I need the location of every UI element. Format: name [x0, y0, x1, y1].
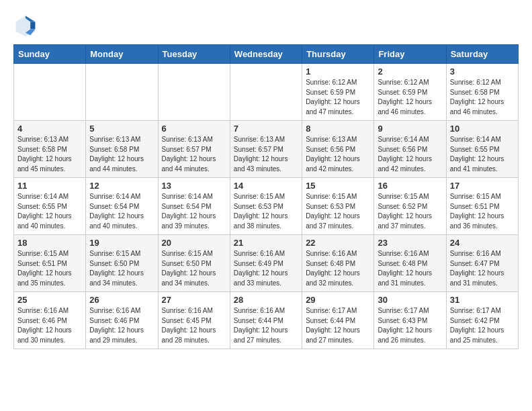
day-number: 17 [450, 181, 515, 191]
cell-info: Sunrise: 6:13 AM Sunset: 6:57 PM Dayligh… [234, 135, 298, 174]
cell-info: Sunrise: 6:17 AM Sunset: 6:44 PM Dayligh… [306, 306, 370, 345]
day-number: 23 [378, 238, 442, 248]
cell-info: Sunrise: 6:15 AM Sunset: 6:52 PM Dayligh… [378, 192, 442, 231]
calendar-cell: 6Sunrise: 6:13 AM Sunset: 6:57 PM Daylig… [158, 121, 230, 178]
day-number: 11 [17, 181, 82, 191]
calendar-cell: 2Sunrise: 6:12 AM Sunset: 6:59 PM Daylig… [374, 64, 446, 121]
cell-info: Sunrise: 6:14 AM Sunset: 6:55 PM Dayligh… [17, 192, 82, 231]
cell-info: Sunrise: 6:12 AM Sunset: 6:59 PM Dayligh… [378, 78, 442, 117]
calendar-cell: 24Sunrise: 6:16 AM Sunset: 6:47 PM Dayli… [446, 235, 518, 292]
page-header [13, 13, 519, 38]
cell-info: Sunrise: 6:14 AM Sunset: 6:54 PM Dayligh… [162, 192, 226, 231]
col-header-thursday: Thursday [302, 45, 374, 64]
calendar-cell: 25Sunrise: 6:16 AM Sunset: 6:46 PM Dayli… [14, 292, 86, 349]
cell-info: Sunrise: 6:14 AM Sunset: 6:55 PM Dayligh… [450, 135, 515, 174]
day-number: 15 [306, 181, 370, 191]
col-header-wednesday: Wednesday [230, 45, 302, 64]
cell-info: Sunrise: 6:17 AM Sunset: 6:43 PM Dayligh… [378, 306, 442, 345]
calendar-cell: 18Sunrise: 6:15 AM Sunset: 6:51 PM Dayli… [14, 235, 86, 292]
day-number: 25 [17, 295, 82, 305]
calendar-cell: 4Sunrise: 6:13 AM Sunset: 6:58 PM Daylig… [14, 121, 86, 178]
calendar-cell: 23Sunrise: 6:16 AM Sunset: 6:48 PM Dayli… [374, 235, 446, 292]
cell-info: Sunrise: 6:16 AM Sunset: 6:48 PM Dayligh… [378, 249, 442, 288]
cell-info: Sunrise: 6:13 AM Sunset: 6:57 PM Dayligh… [162, 135, 226, 174]
cell-info: Sunrise: 6:13 AM Sunset: 6:58 PM Dayligh… [17, 135, 82, 174]
cell-info: Sunrise: 6:15 AM Sunset: 6:50 PM Dayligh… [89, 249, 154, 288]
header-row: SundayMondayTuesdayWednesdayThursdayFrid… [14, 45, 519, 64]
calendar-cell: 16Sunrise: 6:15 AM Sunset: 6:52 PM Dayli… [374, 178, 446, 235]
calendar-header: SundayMondayTuesdayWednesdayThursdayFrid… [14, 45, 519, 64]
calendar-cell: 22Sunrise: 6:16 AM Sunset: 6:48 PM Dayli… [302, 235, 374, 292]
calendar-cell: 17Sunrise: 6:15 AM Sunset: 6:51 PM Dayli… [446, 178, 518, 235]
calendar-cell: 10Sunrise: 6:14 AM Sunset: 6:55 PM Dayli… [446, 121, 518, 178]
day-number: 2 [378, 66, 442, 77]
cell-info: Sunrise: 6:12 AM Sunset: 6:59 PM Dayligh… [306, 78, 370, 117]
week-row-5: 25Sunrise: 6:16 AM Sunset: 6:46 PM Dayli… [14, 292, 519, 349]
calendar-cell [86, 64, 158, 121]
day-number: 16 [378, 181, 442, 191]
day-number: 13 [162, 181, 226, 191]
day-number: 1 [306, 66, 370, 77]
calendar-cell: 3Sunrise: 6:12 AM Sunset: 6:58 PM Daylig… [446, 64, 518, 121]
calendar-cell: 11Sunrise: 6:14 AM Sunset: 6:55 PM Dayli… [14, 178, 86, 235]
logo [13, 13, 42, 38]
calendar-body: 1Sunrise: 6:12 AM Sunset: 6:59 PM Daylig… [14, 64, 519, 349]
cell-info: Sunrise: 6:16 AM Sunset: 6:49 PM Dayligh… [234, 249, 298, 288]
calendar-cell [230, 64, 302, 121]
day-number: 19 [89, 238, 154, 248]
day-number: 29 [306, 295, 370, 305]
day-number: 4 [17, 124, 82, 134]
day-number: 12 [89, 181, 154, 191]
week-row-1: 1Sunrise: 6:12 AM Sunset: 6:59 PM Daylig… [14, 64, 519, 121]
logo-icon [13, 13, 38, 38]
day-number: 5 [89, 124, 154, 134]
day-number: 21 [234, 238, 298, 248]
calendar-cell: 29Sunrise: 6:17 AM Sunset: 6:44 PM Dayli… [302, 292, 374, 349]
cell-info: Sunrise: 6:15 AM Sunset: 6:53 PM Dayligh… [306, 192, 370, 231]
calendar-cell: 13Sunrise: 6:14 AM Sunset: 6:54 PM Dayli… [158, 178, 230, 235]
cell-info: Sunrise: 6:16 AM Sunset: 6:47 PM Dayligh… [450, 249, 515, 288]
day-number: 14 [234, 181, 298, 191]
day-number: 26 [89, 295, 154, 305]
cell-info: Sunrise: 6:15 AM Sunset: 6:51 PM Dayligh… [450, 192, 515, 231]
day-number: 31 [450, 295, 515, 305]
cell-info: Sunrise: 6:13 AM Sunset: 6:56 PM Dayligh… [306, 135, 370, 174]
cell-info: Sunrise: 6:16 AM Sunset: 6:46 PM Dayligh… [17, 306, 82, 345]
svg-marker-2 [30, 22, 35, 30]
day-number: 18 [17, 238, 82, 248]
calendar-cell: 15Sunrise: 6:15 AM Sunset: 6:53 PM Dayli… [302, 178, 374, 235]
calendar-cell: 21Sunrise: 6:16 AM Sunset: 6:49 PM Dayli… [230, 235, 302, 292]
cell-info: Sunrise: 6:16 AM Sunset: 6:46 PM Dayligh… [89, 306, 154, 345]
calendar-cell: 12Sunrise: 6:14 AM Sunset: 6:54 PM Dayli… [86, 178, 158, 235]
day-number: 22 [306, 238, 370, 248]
week-row-2: 4Sunrise: 6:13 AM Sunset: 6:58 PM Daylig… [14, 121, 519, 178]
calendar-cell: 7Sunrise: 6:13 AM Sunset: 6:57 PM Daylig… [230, 121, 302, 178]
cell-info: Sunrise: 6:16 AM Sunset: 6:45 PM Dayligh… [162, 306, 226, 345]
col-header-tuesday: Tuesday [158, 45, 230, 64]
calendar-cell: 1Sunrise: 6:12 AM Sunset: 6:59 PM Daylig… [302, 64, 374, 121]
calendar-cell: 19Sunrise: 6:15 AM Sunset: 6:50 PM Dayli… [86, 235, 158, 292]
calendar-cell: 27Sunrise: 6:16 AM Sunset: 6:45 PM Dayli… [158, 292, 230, 349]
cell-info: Sunrise: 6:17 AM Sunset: 6:42 PM Dayligh… [450, 306, 515, 345]
col-header-sunday: Sunday [14, 45, 86, 64]
cell-info: Sunrise: 6:14 AM Sunset: 6:56 PM Dayligh… [378, 135, 442, 174]
calendar-cell: 14Sunrise: 6:15 AM Sunset: 6:53 PM Dayli… [230, 178, 302, 235]
cell-info: Sunrise: 6:14 AM Sunset: 6:54 PM Dayligh… [89, 192, 154, 231]
calendar-cell: 30Sunrise: 6:17 AM Sunset: 6:43 PM Dayli… [374, 292, 446, 349]
calendar-cell: 31Sunrise: 6:17 AM Sunset: 6:42 PM Dayli… [446, 292, 518, 349]
calendar-cell: 20Sunrise: 6:15 AM Sunset: 6:50 PM Dayli… [158, 235, 230, 292]
calendar-cell: 26Sunrise: 6:16 AM Sunset: 6:46 PM Dayli… [86, 292, 158, 349]
day-number: 8 [306, 124, 370, 134]
day-number: 24 [450, 238, 515, 248]
cell-info: Sunrise: 6:16 AM Sunset: 6:48 PM Dayligh… [306, 249, 370, 288]
calendar-cell [14, 64, 86, 121]
col-header-monday: Monday [86, 45, 158, 64]
day-number: 10 [450, 124, 515, 134]
col-header-friday: Friday [374, 45, 446, 64]
calendar-table: SundayMondayTuesdayWednesdayThursdayFrid… [13, 44, 519, 349]
calendar-cell: 5Sunrise: 6:13 AM Sunset: 6:58 PM Daylig… [86, 121, 158, 178]
cell-info: Sunrise: 6:13 AM Sunset: 6:58 PM Dayligh… [89, 135, 154, 174]
cell-info: Sunrise: 6:15 AM Sunset: 6:50 PM Dayligh… [162, 249, 226, 288]
calendar-cell: 28Sunrise: 6:16 AM Sunset: 6:44 PM Dayli… [230, 292, 302, 349]
cell-info: Sunrise: 6:12 AM Sunset: 6:58 PM Dayligh… [450, 78, 515, 117]
